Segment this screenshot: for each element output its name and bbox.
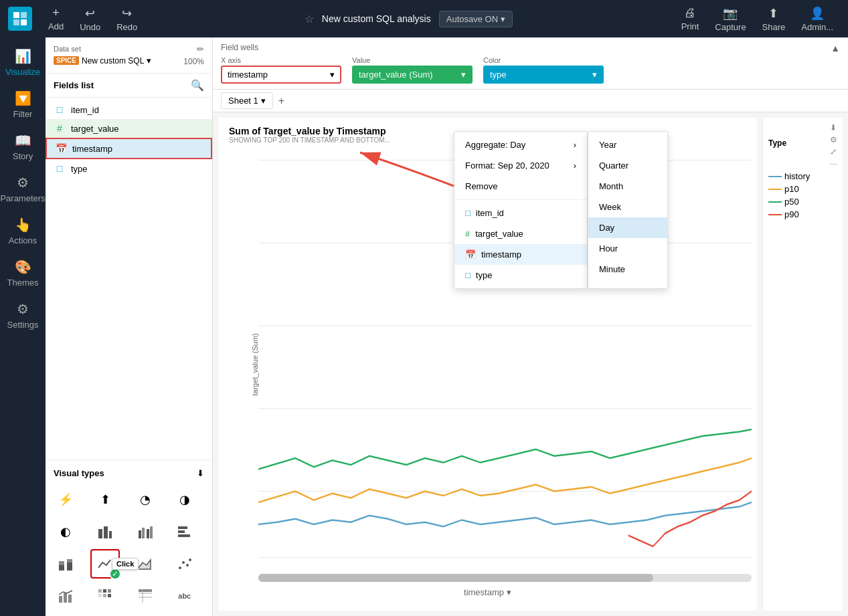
field-wells-title: Field wells [221,43,831,52]
add-button[interactable]: + Add [43,3,69,34]
svg-point-20 [186,564,189,567]
undo-button[interactable]: ↩ Undo [74,3,106,35]
submenu-item-week[interactable]: Week [588,197,667,217]
sidebar-item-filter[interactable]: 🔽 Filter [0,85,46,124]
field-item-target-value[interactable]: # target_value [46,119,212,138]
autosave-button[interactable]: Autosave ON ▾ [439,11,513,27]
submenu-item-month[interactable]: Month [588,176,667,197]
svg-rect-27 [108,589,111,593]
visual-type-pivot[interactable] [131,581,160,611]
submenu-item-year[interactable]: Year [588,134,667,155]
dataset-dropdown-button[interactable]: ▾ [147,56,151,66]
chevron-down-icon: ▾ [261,96,266,106]
expand-icon[interactable]: ⤢ [830,147,837,157]
svg-rect-8 [142,528,145,538]
field-item-timestamp[interactable]: 📅 timestamp [46,138,212,159]
redo-button[interactable]: ↪ Redo [111,3,143,35]
dropdown-item-aggregate[interactable]: Aggregate: Day › [454,134,587,155]
dropdown-divider [454,199,587,200]
aggregate-submenu: Year Quarter Month Week Day Hour Minute [588,131,668,289]
svg-rect-2 [13,19,19,25]
svg-rect-11 [178,526,187,529]
capture-button[interactable]: 📷 Capture [708,3,752,35]
svg-rect-29 [103,594,106,597]
dropdown-item-timestamp[interactable]: 📅 timestamp [454,244,587,265]
sidebar-item-visualize[interactable]: 📊 Visualize [0,43,46,82]
submenu-item-hour[interactable]: Hour [588,238,667,259]
collapse-icon[interactable]: ⬇ [197,468,204,478]
submenu-item-quarter[interactable]: Quarter [588,155,667,176]
fields-list: □ item_id # target_value 📅 timestamp □ t… [46,98,212,459]
svg-rect-25 [98,589,102,593]
edit-icon[interactable]: ✏ [197,44,204,54]
svg-point-18 [179,567,181,569]
sidebar-item-parameters[interactable]: ⚙ Parameters [0,169,46,209]
visual-type-table[interactable]: abc [170,581,199,611]
chart-scrollbar[interactable] [258,574,752,582]
chart-scroll-thumb[interactable] [258,574,653,582]
visual-type-heat[interactable] [90,581,120,611]
top-bar-right: 🖨 Print 📷 Capture ⬆ Share 👤 Admin... [675,3,840,35]
value-drop[interactable]: target_value (Sum) ▾ [352,66,473,84]
collapse-icon[interactable]: ⬇ [830,123,837,132]
svg-rect-5 [104,526,108,538]
visual-type-bar-stack[interactable] [51,549,80,579]
sidebar-item-themes[interactable]: 🎨 Themes [0,253,46,293]
svg-rect-13 [178,534,190,537]
collapse-field-wells-button[interactable]: ▲ [831,43,840,54]
dropdown-item-type[interactable]: □ type [454,265,587,286]
visual-type-donut[interactable]: ◔ [131,485,160,514]
field-item-type[interactable]: □ type [46,159,212,178]
more-icon[interactable]: ··· [830,159,837,169]
field-item-item-id[interactable]: □ item_id [46,100,212,119]
dropdown-item-format[interactable]: Format: Sep 20, 2020 › [454,155,587,176]
search-icon[interactable]: 🔍 [191,79,204,92]
sidebar: 📊 Visualize 🔽 Filter 📖 Story ⚙ Parameter… [0,37,46,616]
visual-type-upload[interactable]: ⬆ [90,485,120,514]
settings-icon: ⚙ [17,301,29,317]
submenu-item-minute[interactable]: Minute [588,259,667,280]
visual-type-bar-group[interactable] [131,517,160,546]
story-icon: 📖 [15,132,31,148]
measure-icon: # [465,229,470,239]
submenu-item-day[interactable]: Day [588,217,667,238]
dropdown-item-target-value[interactable]: # target_value [454,223,587,244]
sidebar-item-actions[interactable]: 👆 Actions [0,211,46,251]
visual-type-combo[interactable] [51,581,80,611]
sheet-tab-1[interactable]: Sheet 1 ▾ [221,92,273,109]
x-axis-drop[interactable]: timestamp ▾ [221,66,341,84]
svg-rect-24 [68,595,72,603]
visual-type-gauge[interactable]: ◐ [51,517,80,546]
print-button[interactable]: 🖨 Print [675,3,706,34]
svg-point-21 [189,558,191,561]
dropdown-item-item-id[interactable]: □ item_id [454,203,587,223]
color-label: Color [483,56,604,64]
dropdown-item-remove[interactable]: Remove [454,176,587,197]
admin-button[interactable]: 👤 Admin... [794,3,840,35]
share-button[interactable]: ⬆ Share [756,3,792,35]
svg-rect-16 [67,562,72,571]
x-axis-label[interactable]: timestamp ▾ [218,585,757,600]
legend-label: p90 [784,209,799,219]
fields-search-row: Fields list 🔍 [46,74,212,98]
visual-type-pie[interactable]: ◑ [170,485,199,514]
fields-panel-header: Data set SPICE New custom SQL ▾ ✏ 100% [46,37,212,74]
visual-type-line[interactable]: ✓ Click [90,549,120,579]
zoom-level: 100% [183,57,204,66]
visual-type-bolt[interactable]: ⚡ [51,485,80,514]
add-sheet-button[interactable]: + [278,95,284,107]
sidebar-item-settings[interactable]: ⚙ Settings [0,296,46,335]
sidebar-item-story[interactable]: 📖 Story [0,127,46,167]
x-axis-label: X axis [221,56,341,64]
svg-rect-6 [109,531,112,538]
field-icon: □ [465,270,471,280]
visual-type-scatter[interactable] [170,549,199,579]
visual-type-area[interactable] [131,549,160,579]
actions-icon: 👆 [15,217,31,233]
visual-type-bar[interactable] [90,517,120,546]
fields-list-label: Fields list [54,80,94,90]
color-drop[interactable]: type ▾ [483,66,604,84]
settings-icon[interactable]: ⚙ [830,135,837,144]
y-axis-label: target_value (Sum) [251,333,259,396]
visual-type-bar-h[interactable] [170,517,199,546]
